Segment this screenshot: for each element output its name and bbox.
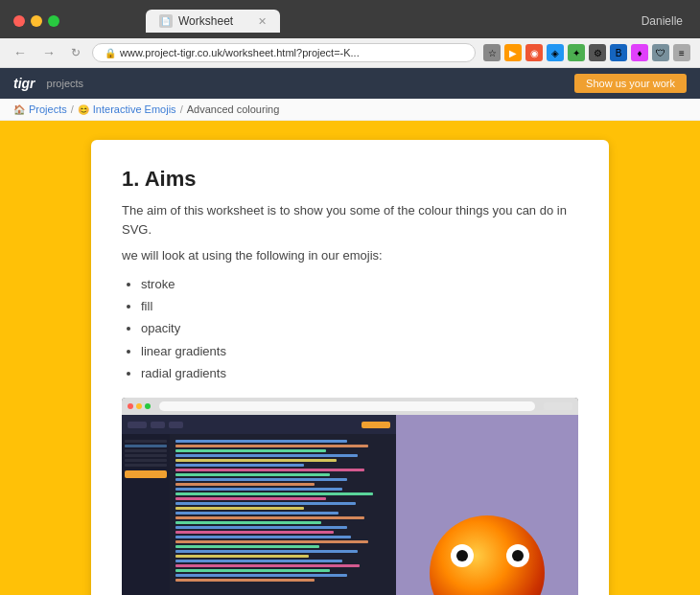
traffic-lights xyxy=(13,15,59,27)
tab-bar: 📄 Worksheet ✕ xyxy=(69,10,632,33)
section-name: Aims xyxy=(145,167,197,191)
section-intro: we will look at using the following in o… xyxy=(122,246,578,265)
tigr-logo: tigr xyxy=(13,76,35,91)
breadcrumb-projects[interactable]: Projects xyxy=(29,103,67,115)
ext-blue2[interactable]: B xyxy=(610,44,627,61)
minimize-button[interactable] xyxy=(31,15,42,27)
list-item: fill xyxy=(141,295,578,317)
tigr-navbar: tigr projects Show us your work xyxy=(0,68,700,99)
tigr-projects-label: projects xyxy=(47,78,84,89)
breadcrumb-sep-1: / xyxy=(71,103,74,115)
back-button[interactable]: ← xyxy=(10,43,31,62)
breadcrumb-interactive-emojis[interactable]: Interactive Emojis xyxy=(93,103,176,115)
active-tab[interactable]: 📄 Worksheet ✕ xyxy=(146,10,280,33)
ext-red[interactable]: ◉ xyxy=(525,44,543,61)
browser-extensions: ☆ ▶ ◉ ◈ ✦ ⚙ B ♦ 🛡 ≡ xyxy=(483,44,690,61)
ext-purple[interactable]: ♦ xyxy=(631,44,648,61)
show-work-button[interactable]: Show us your work xyxy=(574,74,687,93)
ext-green[interactable]: ✦ xyxy=(568,44,585,61)
section-title: 1. Aims xyxy=(122,167,578,192)
ext-orange[interactable]: ▶ xyxy=(504,44,522,61)
ext-gray[interactable]: ≡ xyxy=(673,44,690,61)
aims-list: stroke fill opacity linear gradients rad… xyxy=(141,273,578,385)
list-item: linear gradients xyxy=(141,340,578,362)
ext-shield[interactable]: 🛡 xyxy=(652,44,669,61)
emoji-icon: 😊 xyxy=(78,104,89,115)
url-text: www.project-tigr.co.uk/worksheet.html?pr… xyxy=(120,47,360,58)
breadcrumb-current: Advanced colouring xyxy=(187,103,280,115)
tab-favicon: 📄 xyxy=(159,14,173,28)
tab-title: Worksheet xyxy=(178,14,233,28)
screenshot-thumbnail xyxy=(122,398,578,595)
list-item: stroke xyxy=(141,273,578,295)
breadcrumb: 🏠 Projects / 😊 Interactive Emojis / Adva… xyxy=(0,99,700,121)
section-description: The aim of this worksheet is to show you… xyxy=(122,201,578,239)
user-label: Danielle xyxy=(642,14,683,28)
bookmark-icon[interactable]: ☆ xyxy=(483,44,501,61)
list-item: radial gradients xyxy=(141,362,578,384)
tab-close-button[interactable]: ✕ xyxy=(258,15,267,28)
lock-icon: 🔒 xyxy=(105,48,116,58)
home-icon: 🏠 xyxy=(13,104,25,115)
ext-blue[interactable]: ◈ xyxy=(547,44,564,61)
url-input[interactable]: 🔒 www.project-tigr.co.uk/worksheet.html?… xyxy=(92,43,476,62)
worksheet-card: 1. Aims The aim of this worksheet is to … xyxy=(91,140,609,595)
ext-dark[interactable]: ⚙ xyxy=(589,44,606,61)
maximize-button[interactable] xyxy=(48,15,59,27)
breadcrumb-sep-2: / xyxy=(180,103,183,115)
forward-button[interactable]: → xyxy=(38,43,59,62)
reload-button[interactable]: ↻ xyxy=(67,44,84,61)
title-bar: 📄 Worksheet ✕ Danielle xyxy=(0,0,700,38)
browser-window: 📄 Worksheet ✕ Danielle ← → ↻ 🔒 www.proje… xyxy=(0,0,700,595)
close-button[interactable] xyxy=(13,15,25,27)
list-item: opacity xyxy=(141,317,578,339)
main-content: 1. Aims The aim of this worksheet is to … xyxy=(0,121,700,595)
section-number: 1. xyxy=(122,167,139,191)
address-bar: ← → ↻ 🔒 www.project-tigr.co.uk/worksheet… xyxy=(0,38,700,68)
